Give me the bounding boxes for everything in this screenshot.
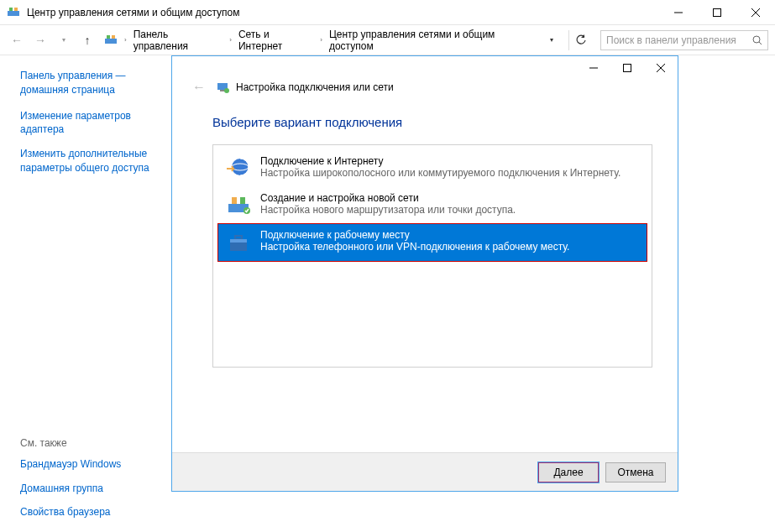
see-also-title: См. также <box>20 437 149 449</box>
svg-rect-13 <box>624 65 631 72</box>
breadcrumb-segment[interactable]: Панель управления <box>130 27 227 54</box>
option-desc: Настройка телефонного или VPN-подключени… <box>260 241 640 253</box>
breadcrumb-segment[interactable]: Сеть и Интернет <box>235 27 317 54</box>
chevron-right-icon: › <box>229 36 232 44</box>
dialog-title: Настройка подключения или сети <box>236 81 394 93</box>
globe-icon <box>225 155 252 182</box>
svg-rect-0 <box>8 11 19 16</box>
dialog-footer: Далее Отмена <box>172 452 678 491</box>
chevron-right-icon: › <box>124 36 127 44</box>
dialog-body: ← Настройка подключения или сети Выберит… <box>172 80 678 368</box>
window-title: Центр управления сетями и общим доступом <box>27 7 659 18</box>
connection-options-list: Подключение к Интернету Настройка широко… <box>212 144 652 368</box>
dialog-close-button[interactable] <box>644 56 678 80</box>
svg-rect-4 <box>714 8 721 16</box>
location-icon <box>104 34 118 47</box>
dialog-minimize-button[interactable] <box>577 56 610 80</box>
dialog-header: ← Настройка подключения или сети <box>189 80 661 95</box>
option-text: Создание и настройка новой сети Настройк… <box>260 192 640 216</box>
close-button[interactable] <box>736 0 775 24</box>
back-button[interactable]: ← <box>7 30 27 50</box>
see-also-browser[interactable]: Свойства браузера <box>20 505 149 519</box>
option-desc: Настройка широкополосного или коммутируе… <box>260 167 640 179</box>
router-icon <box>225 192 252 219</box>
dialog-maximize-button[interactable] <box>610 56 644 80</box>
breadcrumb: › Панель управления › Сеть и Интернет › … <box>124 27 538 54</box>
svg-rect-1 <box>9 8 13 11</box>
dialog-titlebar <box>172 56 678 80</box>
option-text: Подключение к рабочему месту Настройка т… <box>260 229 640 253</box>
breadcrumb-segment[interactable]: Центр управления сетями и общим доступом <box>326 27 538 54</box>
svg-rect-7 <box>105 39 117 44</box>
recent-dropdown[interactable]: ▾ <box>54 30 74 50</box>
connection-wizard-dialog: ← Настройка подключения или сети Выберит… <box>171 55 678 492</box>
wizard-icon <box>216 81 229 94</box>
forward-button[interactable]: → <box>30 30 50 50</box>
dialog-heading: Выберите вариант подключения <box>212 115 661 129</box>
svg-point-18 <box>224 88 229 93</box>
option-desc: Настройка нового маршрутизатора или точк… <box>260 204 640 216</box>
app-icon <box>7 6 20 19</box>
sidebar: Панель управления — домашняя страница Из… <box>0 55 160 532</box>
sidebar-home-link[interactable]: Панель управления — домашняя страница <box>20 69 149 97</box>
option-internet[interactable]: Подключение к Интернету Настройка широко… <box>218 150 647 187</box>
see-also-homegroup[interactable]: Домашняя группа <box>20 482 149 496</box>
briefcase-icon <box>225 229 252 256</box>
sidebar-link-sharing[interactable]: Изменить дополнительные параметры общего… <box>20 147 149 175</box>
option-workplace[interactable]: Подключение к рабочему месту Настройка т… <box>218 224 647 261</box>
svg-line-11 <box>759 42 762 44</box>
svg-rect-27 <box>230 239 247 243</box>
svg-rect-8 <box>107 35 110 39</box>
maximize-button[interactable] <box>698 0 736 24</box>
minimize-button[interactable] <box>659 0 698 24</box>
main-area: ← Настройка подключения или сети Выберит… <box>160 55 775 532</box>
svg-point-10 <box>753 36 760 43</box>
option-new-network[interactable]: Создание и настройка новой сети Настройк… <box>218 187 647 224</box>
svg-rect-9 <box>112 35 115 39</box>
window-controls <box>659 0 775 24</box>
up-button[interactable]: ↑ <box>77 30 97 50</box>
cancel-button[interactable]: Отмена <box>605 462 666 482</box>
option-title: Подключение к рабочему месту <box>260 229 640 241</box>
window-titlebar: Центр управления сетями и общим доступом <box>0 0 775 25</box>
refresh-button[interactable] <box>568 30 592 50</box>
dialog-back-button[interactable]: ← <box>189 80 209 95</box>
next-button[interactable]: Далее <box>538 462 599 482</box>
address-dropdown[interactable]: ▾ <box>542 30 562 50</box>
option-title: Создание и настройка новой сети <box>260 192 640 204</box>
svg-rect-22 <box>232 197 237 204</box>
sidebar-spacer <box>20 185 149 437</box>
navigation-bar: ← → ▾ ↑ › Панель управления › Сеть и Инт… <box>0 25 775 55</box>
svg-rect-26 <box>235 236 242 239</box>
search-placeholder: Поиск в панели управления <box>606 34 752 46</box>
option-text: Подключение к Интернету Настройка широко… <box>260 155 640 179</box>
chevron-right-icon: › <box>320 36 322 44</box>
content-area: Панель управления — домашняя страница Из… <box>0 55 775 532</box>
option-title: Подключение к Интернету <box>260 155 640 167</box>
svg-rect-23 <box>240 197 245 204</box>
svg-rect-2 <box>14 8 18 11</box>
search-icon <box>752 35 762 45</box>
sidebar-link-adapter[interactable]: Изменение параметров адаптера <box>20 109 149 138</box>
search-input[interactable]: Поиск в панели управления <box>600 30 768 50</box>
see-also-firewall[interactable]: Брандмауэр Windows <box>20 457 149 472</box>
